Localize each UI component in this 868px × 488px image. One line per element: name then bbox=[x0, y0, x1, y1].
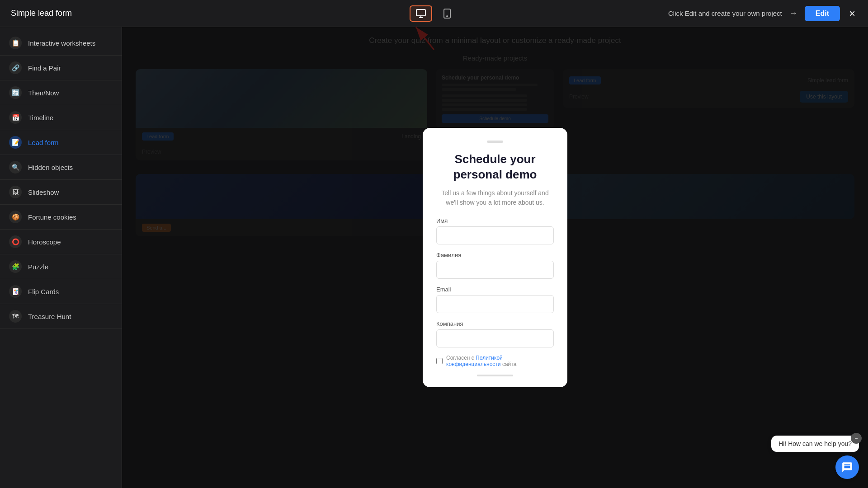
sidebar-item-fortune-cookies[interactable]: 🍪 Fortune cookies bbox=[0, 205, 122, 230]
flip-cards-icon: 🃏 bbox=[9, 285, 22, 298]
topbar: Simple lead form Click Edit and create y… bbox=[0, 0, 868, 27]
field-input-surname[interactable] bbox=[436, 261, 554, 279]
topbar-title: Simple lead form bbox=[11, 9, 72, 18]
sidebar-item-timeline[interactable]: 📅 Timeline bbox=[0, 105, 122, 130]
sidebar-item-label: Hidden objects bbox=[28, 164, 73, 171]
lead-form-icon: 📝 bbox=[9, 136, 22, 149]
modal-title: Schedule your personal demo bbox=[436, 152, 554, 183]
mobile-view-button[interactable] bbox=[436, 5, 458, 22]
sidebar-item-hidden-objects[interactable]: 🔍 Hidden objects bbox=[0, 155, 122, 180]
sidebar-item-label: Fortune cookies bbox=[28, 213, 76, 221]
sidebar-item-label: Lead form bbox=[28, 139, 59, 146]
sidebar-item-label: Slideshow bbox=[28, 188, 59, 196]
field-label-name: Имя bbox=[436, 217, 554, 224]
modal-scroll-bar bbox=[477, 375, 513, 376]
form-group-surname: Фамилия bbox=[436, 252, 554, 279]
svg-rect-0 bbox=[416, 9, 425, 16]
device-toggle-group bbox=[410, 5, 458, 22]
sidebar-item-slideshow[interactable]: 🖼 Slideshow bbox=[0, 180, 122, 205]
hidden-objects-icon: 🔍 bbox=[9, 161, 22, 174]
sidebar-item-label: Treasure Hunt bbox=[28, 313, 71, 320]
treasure-hunt-icon: 🗺 bbox=[9, 310, 22, 323]
sidebar-item-flip-cards[interactable]: 🃏 Flip Cards bbox=[0, 279, 122, 304]
then-now-icon: 🔄 bbox=[9, 86, 22, 99]
sidebar-item-label: Horoscope bbox=[28, 238, 61, 246]
sidebar-item-label: Timeline bbox=[28, 114, 53, 122]
modal-dialog: Schedule your personal demo Tell us a fe… bbox=[423, 128, 567, 388]
checkbox-text: Согласен с bbox=[446, 355, 476, 361]
sidebar-item-interactive-worksheets[interactable]: 📋 Interactive worksheets bbox=[0, 31, 122, 56]
find-a-pair-icon: 🔗 bbox=[9, 61, 22, 74]
chat-close-icon[interactable]: − bbox=[851, 433, 862, 444]
field-input-email[interactable] bbox=[436, 295, 554, 313]
sidebar-item-find-a-pair[interactable]: 🔗 Find a Pair bbox=[0, 56, 122, 80]
checkbox-label: Согласен с Политикой конфиденциальности … bbox=[446, 355, 554, 367]
checkbox-rest: сайта bbox=[501, 361, 517, 367]
edit-button[interactable]: Edit bbox=[805, 6, 840, 21]
sidebar-item-label: Then/Now bbox=[28, 89, 59, 97]
form-checkbox-row: Согласен с Политикой конфиденциальности … bbox=[436, 355, 554, 367]
field-input-company[interactable] bbox=[436, 329, 554, 347]
interactive-worksheets-icon: 📋 bbox=[9, 37, 22, 49]
sidebar-item-lead-form[interactable]: 📝 Lead form bbox=[0, 130, 122, 155]
click-edit-text: Click Edit and create your own project bbox=[668, 9, 782, 17]
sidebar-item-label: Interactive worksheets bbox=[28, 39, 95, 47]
main-area: 📋 Interactive worksheets 🔗 Find a Pair 🔄… bbox=[0, 27, 868, 488]
arrow-right-icon: → bbox=[789, 9, 797, 18]
modal-subtitle: Tell us a few things about yourself and … bbox=[436, 188, 554, 207]
field-label-email: Email bbox=[436, 286, 554, 293]
field-label-surname: Фамилия bbox=[436, 252, 554, 258]
sidebar-item-label: Find a Pair bbox=[28, 64, 61, 72]
chat-bubble: Hi! How can we help you? bbox=[771, 436, 859, 452]
close-button[interactable]: × bbox=[847, 5, 857, 22]
field-input-name[interactable] bbox=[436, 226, 554, 244]
sidebar-item-puzzle[interactable]: 🧩 Puzzle bbox=[0, 254, 122, 279]
fortune-cookies-icon: 🍪 bbox=[9, 211, 22, 223]
timeline-icon: 📅 bbox=[9, 111, 22, 124]
form-group-name: Имя bbox=[436, 217, 554, 244]
topbar-right: Click Edit and create your own project →… bbox=[668, 5, 857, 22]
sidebar-item-horoscope[interactable]: ⭕ Horoscope bbox=[0, 230, 122, 254]
form-group-company: Компания bbox=[436, 320, 554, 347]
slideshow-icon: 🖼 bbox=[9, 186, 22, 198]
horoscope-icon: ⭕ bbox=[9, 235, 22, 248]
puzzle-icon: 🧩 bbox=[9, 260, 22, 273]
chat-widget: Hi! How can we help you? − bbox=[771, 436, 859, 479]
modal-overlay: Schedule your personal demo Tell us a fe… bbox=[122, 27, 868, 488]
sidebar-item-treasure-hunt[interactable]: 🗺 Treasure Hunt bbox=[0, 304, 122, 329]
form-group-email: Email bbox=[436, 286, 554, 313]
content-area: Create your quiz from a minimal layout o… bbox=[122, 27, 868, 488]
privacy-checkbox[interactable] bbox=[436, 358, 443, 364]
chat-open-button[interactable] bbox=[835, 455, 859, 479]
field-label-company: Компания bbox=[436, 320, 554, 327]
sidebar-item-label: Puzzle bbox=[28, 263, 48, 271]
sidebar-item-label: Flip Cards bbox=[28, 288, 59, 296]
desktop-view-button[interactable] bbox=[410, 5, 432, 22]
svg-point-4 bbox=[447, 16, 448, 17]
chat-bubble-container: Hi! How can we help you? − bbox=[771, 436, 859, 452]
sidebar-item-then-now[interactable]: 🔄 Then/Now bbox=[0, 80, 122, 105]
sidebar: 📋 Interactive worksheets 🔗 Find a Pair 🔄… bbox=[0, 27, 122, 488]
modal-drag-indicator bbox=[487, 141, 503, 143]
